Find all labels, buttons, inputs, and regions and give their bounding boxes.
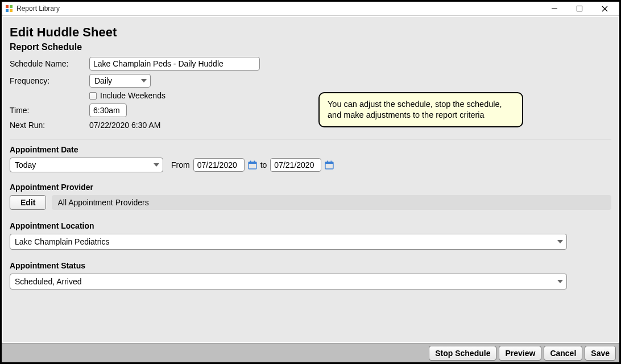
include-weekends-checkbox[interactable] bbox=[89, 92, 97, 100]
content-area: Edit Huddle Sheet Report Schedule Schedu… bbox=[2, 16, 619, 342]
section-title: Report Schedule bbox=[10, 42, 611, 52]
appointment-provider-label: Appointment Provider bbox=[10, 183, 611, 192]
appointment-location-value: Lake Champlain Pediatrics bbox=[15, 237, 110, 246]
svg-rect-13 bbox=[254, 161, 255, 163]
appointment-location-label: Appointment Location bbox=[10, 221, 611, 230]
time-input[interactable] bbox=[89, 104, 127, 117]
svg-rect-11 bbox=[249, 162, 256, 164]
chevron-down-icon bbox=[557, 240, 563, 243]
schedule-name-input[interactable] bbox=[89, 57, 260, 71]
from-date-input[interactable] bbox=[193, 158, 245, 172]
chevron-down-icon bbox=[141, 79, 147, 82]
svg-rect-1 bbox=[10, 5, 13, 8]
svg-rect-17 bbox=[331, 161, 332, 163]
time-label: Time: bbox=[10, 106, 89, 115]
save-button[interactable]: Save bbox=[585, 346, 616, 361]
appointment-status-label: Appointment Status bbox=[10, 261, 611, 270]
app-icon bbox=[5, 5, 13, 13]
include-weekends-label: Include Weekends bbox=[100, 91, 165, 100]
chevron-down-icon bbox=[557, 280, 563, 283]
edit-provider-button[interactable]: Edit bbox=[10, 195, 46, 210]
frequency-select[interactable]: Daily bbox=[89, 74, 151, 88]
stop-schedule-button[interactable]: Stop Schedule bbox=[429, 346, 496, 361]
app-window: Report Library Edit Huddle Sheet Report … bbox=[0, 0, 621, 364]
appointment-status-value: Scheduled, Arrived bbox=[15, 277, 82, 286]
next-run-label: Next Run: bbox=[10, 121, 89, 130]
svg-marker-19 bbox=[557, 280, 563, 283]
appointment-date-preset-select[interactable]: Today bbox=[10, 158, 163, 172]
cancel-button[interactable]: Cancel bbox=[544, 346, 582, 361]
appointment-date-preset-value: Today bbox=[15, 160, 36, 169]
page-title: Edit Huddle Sheet bbox=[10, 25, 611, 40]
footer-bar: Stop Schedule Preview Cancel Save bbox=[2, 343, 619, 362]
calendar-icon[interactable] bbox=[325, 160, 334, 169]
svg-rect-2 bbox=[6, 9, 9, 12]
from-label: From bbox=[171, 160, 190, 169]
close-button[interactable] bbox=[592, 2, 617, 15]
to-date-input[interactable] bbox=[270, 158, 321, 172]
chevron-down-icon bbox=[154, 163, 159, 167]
svg-rect-16 bbox=[327, 161, 328, 163]
svg-rect-15 bbox=[325, 162, 333, 164]
next-run-value: 07/22/2020 6:30 AM bbox=[89, 121, 160, 130]
to-label: to bbox=[260, 160, 267, 169]
minimize-button[interactable] bbox=[542, 2, 567, 15]
svg-rect-0 bbox=[6, 5, 9, 8]
divider bbox=[10, 139, 611, 139]
preview-button[interactable]: Preview bbox=[499, 346, 541, 361]
calendar-icon[interactable] bbox=[248, 160, 257, 169]
help-callout: You can adjust the schedule, stop the sc… bbox=[318, 92, 523, 127]
titlebar: Report Library bbox=[2, 2, 619, 16]
frequency-label: Frequency: bbox=[10, 76, 89, 85]
maximize-button[interactable] bbox=[567, 2, 592, 15]
svg-marker-18 bbox=[557, 240, 563, 243]
svg-marker-8 bbox=[141, 79, 147, 82]
appointment-date-label: Appointment Date bbox=[10, 145, 611, 154]
frequency-value: Daily bbox=[94, 76, 112, 85]
svg-rect-3 bbox=[10, 9, 13, 12]
svg-rect-12 bbox=[250, 161, 251, 163]
svg-marker-9 bbox=[154, 163, 159, 167]
window-title: Report Library bbox=[16, 5, 60, 13]
appointment-provider-value: All Appointment Providers bbox=[52, 195, 611, 210]
appointment-location-select[interactable]: Lake Champlain Pediatrics bbox=[10, 234, 567, 250]
svg-rect-5 bbox=[577, 6, 582, 11]
schedule-name-label: Schedule Name: bbox=[10, 59, 89, 68]
appointment-status-select[interactable]: Scheduled, Arrived bbox=[10, 274, 567, 289]
